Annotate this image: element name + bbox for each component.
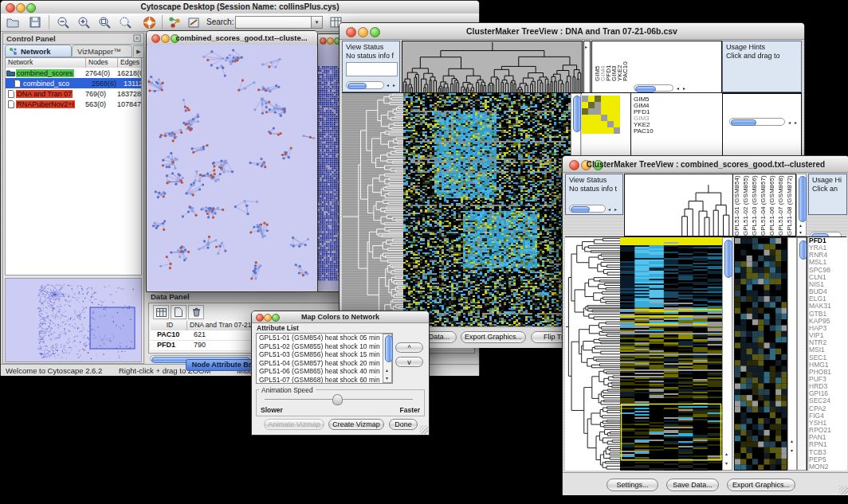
treeview2-title-bar[interactable]: ClusterMaker TreeView : combined_scores_… (563, 156, 848, 173)
scroll-down-icon[interactable]: ▾ (386, 376, 388, 381)
scroll-thumb[interactable] (385, 335, 393, 362)
annotation-icon[interactable] (186, 15, 202, 29)
scroll-right-icon[interactable]: ▸ (683, 86, 685, 91)
col-header-edges[interactable]: Edges (118, 58, 141, 68)
scroll-down-icon[interactable]: ▾ (725, 461, 728, 466)
search-input[interactable] (235, 16, 313, 29)
move-down-button[interactable]: v (395, 357, 423, 367)
slider-thumb[interactable] (332, 394, 343, 405)
scroll-up-icon[interactable]: ▴ (799, 223, 802, 228)
gene-label[interactable]: SEC24 (809, 397, 847, 404)
scroll-thumb[interactable] (731, 119, 756, 126)
tv2-status-hscrollbar[interactable] (569, 205, 606, 213)
gene-label[interactable]: GPI16 (809, 390, 847, 397)
gene-label[interactable]: PAN1 (809, 434, 847, 441)
network-overview-panel[interactable] (5, 278, 142, 362)
tv1-column-dendrogram[interactable] (402, 41, 583, 94)
scroll-thumb[interactable] (799, 240, 807, 260)
float-panel-icon[interactable] (133, 34, 141, 42)
network-overview-canvas[interactable] (6, 279, 141, 361)
zoom-selected-icon[interactable] (117, 15, 133, 29)
gene-label[interactable]: MSI1 (809, 346, 847, 354)
gene-label[interactable]: RNR4 (809, 252, 847, 259)
tv1-usage-hscrollbar[interactable] (729, 118, 785, 126)
scroll-thumb[interactable] (347, 83, 367, 89)
col-header-nodes[interactable]: Nodes (86, 58, 118, 68)
gene-label[interactable]: RPO21 (809, 427, 847, 434)
network-view-title-bar[interactable]: combined_scores_good.txt--cluste... (147, 31, 317, 45)
save-icon[interactable] (28, 15, 42, 29)
gene-label[interactable]: YSH1 (809, 420, 847, 427)
gene-label[interactable]: BUD4 (809, 288, 847, 295)
modify-network-icon[interactable] (167, 15, 183, 29)
tv1-splitter[interactable]: ▸ (583, 41, 591, 94)
dialog-title-bar[interactable]: Map Colors to Network (252, 311, 429, 323)
gene-label[interactable]: MAK31 (809, 303, 847, 310)
tv2-header-vscrollbar[interactable]: ▴ ▾ (796, 174, 807, 236)
delete-attribute-icon[interactable] (188, 305, 204, 319)
gene-label[interactable]: YRA1 (809, 244, 847, 252)
new-attribute-icon[interactable] (171, 305, 186, 319)
tv1-matrix-hscrollbar[interactable] (634, 84, 673, 92)
attribute-item[interactable]: GPL51-07 (GSM868) heat shock 60 min (257, 376, 392, 384)
zoom-in-icon[interactable] (76, 15, 92, 29)
attribute-list-vscrollbar[interactable]: ▴ ▾ (383, 334, 392, 383)
tv1-heatmap[interactable] (403, 93, 571, 326)
tv1-row-dendrogram[interactable] (342, 93, 403, 326)
main-title-bar[interactable]: Cytoscape Desktop (Session Name: collins… (1, 1, 479, 14)
scroll-thumb[interactable] (799, 176, 807, 222)
col-header-network[interactable]: Network (6, 58, 86, 68)
scroll-down-icon[interactable]: ▾ (799, 230, 802, 235)
gene-label[interactable]: ELG1 (809, 295, 847, 303)
zoom-fit-icon[interactable] (96, 15, 112, 29)
tv2-column-dendrogram[interactable] (624, 174, 733, 236)
move-up-button[interactable]: ^ (395, 342, 423, 353)
gene-label[interactable]: SEC1 (809, 354, 847, 361)
network-row[interactable]: combined_scores 2764(0) 16218(0) (6, 68, 141, 78)
gene-label[interactable]: MSL1 (809, 259, 847, 266)
network-row[interactable]: combined_sco 2569(6) 13112(15) (6, 78, 141, 88)
attribute-item[interactable]: GPL51-04 (GSM857) heat shock 20 min (257, 359, 392, 368)
scroll-up-icon[interactable]: ▴ (725, 451, 728, 456)
gene-label[interactable]: FIG4 (809, 412, 847, 420)
animate-vizmap-button[interactable]: Animate Vizmap (264, 419, 324, 430)
help-lifesaver-icon[interactable] (141, 15, 157, 29)
scroll-right-icon[interactable]: ▸ (795, 120, 797, 125)
gene-label[interactable]: RPN1 (809, 441, 847, 448)
tv2-row-dendrogram[interactable] (565, 237, 620, 471)
scroll-right-icon[interactable]: ▸ (614, 207, 617, 212)
tv2-zoom-heatmap[interactable] (734, 237, 787, 471)
attribute-item[interactable]: GPL51-03 (GSM856) heat shock 15 min (257, 350, 392, 359)
done-button[interactable]: Done (389, 419, 418, 430)
scroll-left-icon[interactable]: ◂ (387, 83, 389, 88)
attribute-item[interactable]: GPL51-02 (GSM855) heat shock 10 min (257, 342, 392, 351)
create-vizmap-button[interactable]: Create Vizmap (328, 419, 384, 430)
open-file-icon[interactable] (6, 15, 20, 29)
scroll-left-icon[interactable]: ◂ (677, 86, 679, 91)
search-dropdown-icon[interactable]: ▼ (311, 16, 323, 29)
resize-grip[interactable] (839, 486, 848, 494)
scroll-thumb[interactable] (573, 96, 581, 132)
data-col-id[interactable]: ID (151, 321, 187, 330)
network-canvas[interactable] (147, 45, 316, 291)
scroll-up-icon[interactable]: ▴ (791, 439, 793, 443)
tv1-export-graphics-button[interactable]: Export Graphics... (461, 331, 526, 343)
treeview1-title-bar[interactable]: ClusterMaker TreeView : DNA and Tran 07-… (340, 23, 804, 40)
gene-label[interactable]: PHO81 (809, 369, 847, 376)
scroll-left-icon[interactable]: ◂ (608, 207, 610, 212)
gene-label[interactable]: CPA2 (809, 405, 847, 412)
tv2-settings-button[interactable]: Settings... (607, 479, 658, 491)
tab-vizmapper[interactable]: VizMapper™ (72, 45, 132, 57)
gene-label[interactable]: KAP95 (809, 318, 847, 325)
scroll-down-icon[interactable]: ▾ (791, 448, 793, 453)
gene-label[interactable]: GTB1 (809, 311, 847, 318)
tab-overflow-button[interactable]: ▶ (133, 45, 144, 58)
gene-label[interactable]: HAP3 (809, 325, 847, 332)
attribute-item[interactable]: GPL51-01 (GSM854) heat shock 05 min (257, 334, 392, 342)
attribute-item[interactable]: GPL51-06 (GSM865) heat shock 40 min (257, 367, 392, 376)
tv2-genelist-vscrollbar[interactable] (797, 237, 807, 471)
scroll-right-icon[interactable]: ▸ (393, 83, 395, 88)
tv1-similarity-matrix[interactable] (582, 96, 620, 134)
gene-label[interactable]: MON2 (809, 463, 847, 471)
scroll-up-icon[interactable]: ▴ (386, 368, 388, 373)
